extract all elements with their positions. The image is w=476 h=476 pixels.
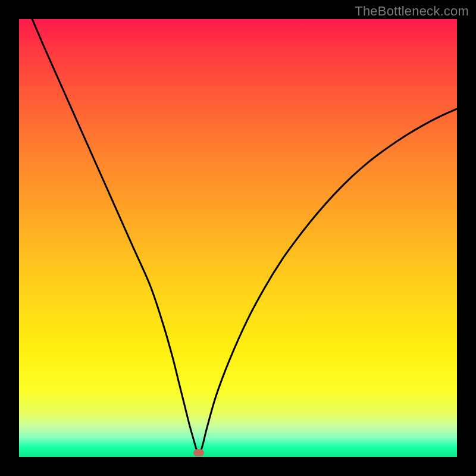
- minimum-marker: [193, 449, 204, 456]
- plot-area: [19, 19, 457, 457]
- curve-svg: [19, 19, 457, 457]
- chart-frame: TheBottleneck.com: [0, 0, 476, 476]
- watermark-label: TheBottleneck.com: [355, 4, 469, 19]
- bottleneck-curve: [32, 19, 457, 453]
